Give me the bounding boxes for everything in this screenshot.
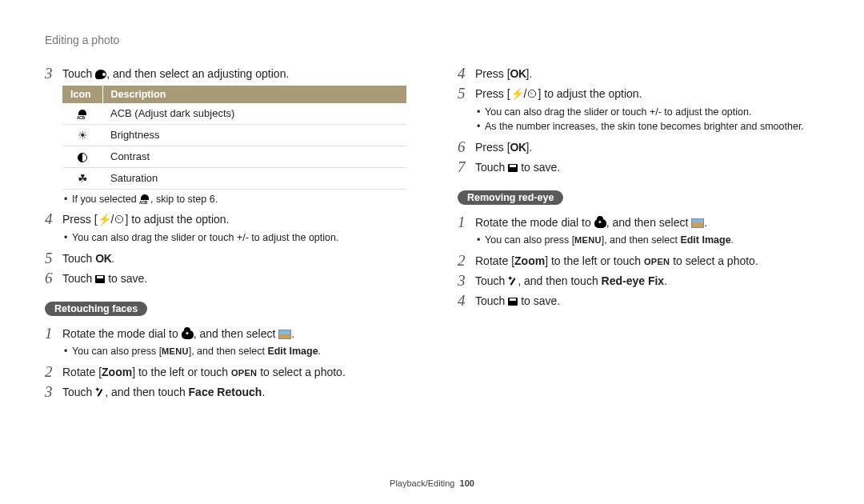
step-text: Touch , and then touch Face Retouch. [62,384,406,400]
text: If you selected [72,194,139,205]
brightness-icon: ☀ [62,124,102,146]
timer-icon: ⏲ [526,87,538,100]
text: ], and then select [602,234,681,246]
edit-image-thumb-icon [278,330,291,339]
text: . [262,386,265,398]
bold-text: Face Retouch [189,386,262,398]
text: You can also press [ [72,346,162,357]
note: You can also press [MENU], and then sele… [477,234,819,248]
step-text: Touch , and then touch Red-eye Fix. [475,273,819,289]
notes: You can also press [MENU], and then sele… [477,234,819,248]
step-4: 4 Press [⚡/⏲] to adjust the option. [45,211,406,228]
text: Touch [62,272,95,285]
text: ] to the left or touch [132,366,231,378]
icon-description-table: Icon Description ACB (Adjust dark subjec… [62,86,406,190]
text: Touch [475,294,508,307]
save-icon [95,275,105,283]
text: ] to adjust the option. [538,87,642,100]
text: . [291,327,294,340]
text: You can also press [ [485,234,574,246]
note: You can also press [MENU], and then sele… [64,345,406,359]
bold-text: Edit Image [267,346,318,357]
table-row: Contrast [62,146,406,167]
text: Press [ [475,67,510,80]
step-number: 3 [45,66,62,82]
save-icon [508,298,518,306]
step-5: 5 Touch OK. [45,250,406,267]
step-number: 3 [45,384,62,401]
step-number: 6 [45,270,62,287]
text: . [731,234,734,246]
flash-icon: ⚡ [98,213,111,226]
table-row: ☘ Saturation [62,167,406,189]
text: Touch [475,161,508,174]
rf-step-1: 1 Rotate the mode dial to , and then sel… [45,326,406,342]
text: , and then select [194,327,279,340]
step-3: 3 Touch , and then select an adjusting o… [45,66,406,82]
text: Touch [62,252,95,265]
rf-step-3: 3 Touch , and then touch Face Retouch. [45,384,406,401]
step-number: 4 [458,293,475,310]
step-number: 4 [458,66,475,82]
step-6: 6 Touch to save. [45,270,406,287]
subheading-removing-red-eye: Removing red-eye [458,190,563,205]
zoom-label: Zoom [514,254,545,267]
bold-text: Red-eye Fix [602,274,665,287]
save-icon [508,164,518,172]
text: , and then touch [105,386,188,398]
text: Press [ [475,87,510,100]
notes: You can also drag the slider or touch +/… [64,231,406,246]
text: to select a photo. [670,254,758,267]
edit-image-thumb-icon [691,218,704,228]
step-5: 5 Press [⚡/⏲] to adjust the option. [458,86,819,102]
step-text: Rotate [Zoom] to the left or touch OPEN … [62,364,406,380]
table-header-desc: Description [102,86,406,103]
ok-icon: OK [510,141,526,154]
text: to save. [105,272,147,285]
bold-text: Edit Image [680,234,730,246]
acb-icon [139,194,150,204]
step-number: 5 [458,86,475,102]
right-column: 4 Press [OK]. 5 Press [⚡/⏲] to adjust th… [458,62,819,404]
step-text: Touch to save. [475,293,819,309]
footer-page-number: 100 [460,478,474,488]
step-number: 1 [458,214,475,231]
step-number: 1 [45,326,62,342]
contrast-icon [62,146,102,167]
step-number: 4 [45,211,62,228]
re-step-2: 2 Rotate [Zoom] to the left or touch OPE… [458,253,819,270]
note: As the number increases, the skin tone b… [477,120,819,134]
subheading-retouching-faces: Retouching faces [45,302,147,316]
note: You can also drag the slider or touch +/… [477,106,819,120]
note: If you selected , skip to step 6. [64,193,406,207]
text: Touch [62,386,95,398]
re-step-1: 1 Rotate the mode dial to , and then sel… [458,214,819,231]
step-text: Rotate [Zoom] to the left or touch OPEN … [475,253,819,269]
step-number: 5 [45,250,62,267]
step-text: Rotate the mode dial to , and then selec… [475,214,819,230]
text: ] to adjust the option. [125,213,229,226]
retouch-wand-icon [508,277,518,286]
text: Rotate [ [475,254,514,267]
text: , and then select an adjusting option. [106,67,289,80]
notes: You can also drag the slider or touch +/… [477,106,819,134]
step-number: 2 [45,364,62,381]
step-text: Press [⚡/⏲] to adjust the option. [475,86,819,102]
table-cell: Saturation [102,167,406,189]
acb-icon [62,103,102,125]
open-label: OPEN [644,257,670,266]
re-step-4: 4 Touch to save. [458,293,819,310]
text: Rotate [ [62,366,102,378]
text: Rotate the mode dial to [62,327,182,340]
palette-icon [95,70,106,79]
text: . [704,216,707,229]
step-number: 3 [458,273,475,290]
content-columns: 3 Touch , and then select an adjusting o… [45,62,819,404]
step-text: Rotate the mode dial to , and then selec… [62,326,406,342]
retouch-wand-icon [95,388,105,398]
text: to select a photo. [257,366,346,378]
rf-step-2: 2 Rotate [Zoom] to the left or touch OPE… [45,364,406,381]
step-7: 7 Touch to save. [458,159,819,176]
timer-icon: ⏲ [114,213,125,226]
step-6: 6 Press [OK]. [458,139,819,156]
